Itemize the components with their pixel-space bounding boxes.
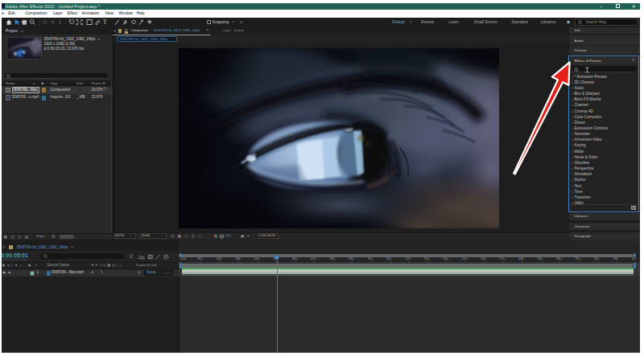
svg-text:T: T [103, 19, 107, 26]
